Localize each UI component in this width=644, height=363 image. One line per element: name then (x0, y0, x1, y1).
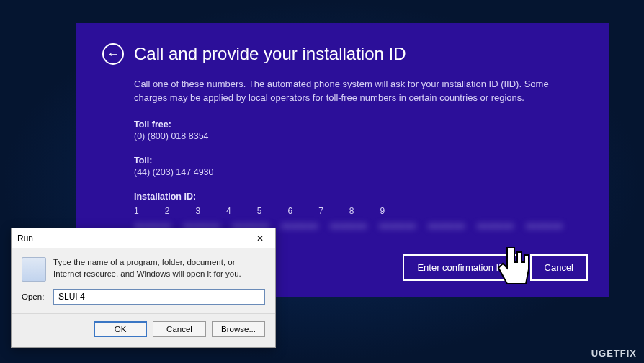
run-title: Run (17, 233, 33, 243)
run-body: Type the name of a program, folder, docu… (12, 248, 275, 287)
open-label: Open: (22, 292, 48, 301)
watermark: UGETFIX (591, 348, 637, 359)
close-icon: ✕ (256, 233, 264, 243)
iid-value: XXXXXXX (281, 222, 317, 230)
iid-col-9: 9 (380, 206, 385, 216)
iid-value: XXXXXXX (330, 222, 366, 230)
toll-value: (44) (203) 147 4930 (134, 167, 583, 177)
toll-label: Toll: (134, 156, 583, 166)
header-row: ← Call and provide your installation ID (102, 43, 583, 65)
iid-col-1: 1 (134, 206, 139, 216)
run-cancel-button[interactable]: Cancel (153, 321, 206, 337)
iid-col-4: 4 (226, 206, 231, 216)
iid-value: XXXXXXX (379, 222, 415, 230)
open-input[interactable] (53, 289, 265, 305)
iid-value: XXXXXXX (526, 222, 562, 230)
iid-col-8: 8 (349, 206, 354, 216)
run-description: Type the name of a program, folder, docu… (53, 257, 265, 282)
cancel-button[interactable]: Cancel (530, 254, 588, 281)
toll-free-value: (0) (800) 018 8354 (134, 131, 583, 141)
run-buttons: OK Cancel Browse... (12, 313, 275, 347)
iid-col-3: 3 (195, 206, 200, 216)
run-dialog: Run ✕ Type the name of a program, folder… (11, 228, 276, 348)
run-icon (22, 257, 46, 282)
close-button[interactable]: ✕ (251, 231, 269, 246)
iid-col-2: 2 (165, 206, 170, 216)
page-title: Call and provide your installation ID (134, 44, 406, 64)
iid-col-5: 5 (257, 206, 262, 216)
iid-col-7: 7 (318, 206, 323, 216)
enter-confirmation-button[interactable]: Enter confirmation ID (403, 254, 519, 281)
button-row: Enter confirmation ID Cancel (403, 254, 588, 281)
iid-value: XXXXXXX (428, 222, 464, 230)
iid-header-row: 1 2 3 4 5 6 7 8 9 (134, 206, 583, 216)
ok-button[interactable]: OK (94, 321, 147, 337)
instruction-text: Call one of these numbers. The automated… (134, 78, 581, 105)
iid-col-6: 6 (287, 206, 292, 216)
toll-free-label: Toll free: (134, 120, 583, 130)
run-titlebar: Run ✕ (12, 228, 275, 248)
installation-id-label: Installation ID: (134, 192, 583, 202)
browse-button[interactable]: Browse... (212, 321, 265, 337)
iid-value: XXXXXXX (477, 222, 513, 230)
run-open-row: Open: (12, 287, 275, 313)
arrow-left-icon: ← (107, 47, 120, 62)
back-button[interactable]: ← (102, 43, 124, 65)
